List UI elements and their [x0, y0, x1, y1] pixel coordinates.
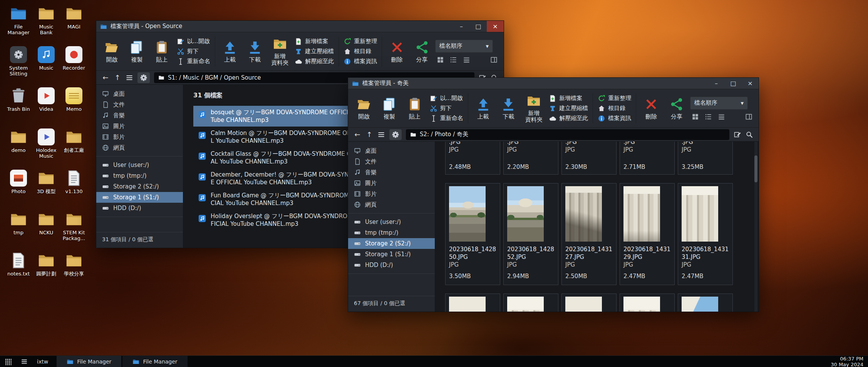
- sidebar-item-music[interactable]: 音樂: [96, 110, 183, 121]
- paste-button[interactable]: 貼上: [150, 34, 174, 69]
- photo-cell[interactable]: [561, 294, 617, 312]
- desktop-icon-v1130[interactable]: v1.130: [60, 168, 88, 209]
- settings-button[interactable]: [137, 72, 150, 83]
- rename-button[interactable]: 重新命名: [177, 58, 210, 65]
- sidebar-drive-tmp[interactable]: tmp (tmp:/): [96, 170, 183, 181]
- photo-cell[interactable]: 20230618_142850.JPG JPG 3.50MB: [445, 183, 500, 285]
- sidebar-drive-tmp[interactable]: tmp (tmp:/): [348, 227, 435, 238]
- photo-cell[interactable]: .JPG JPG 2.20MB: [503, 142, 558, 175]
- root-button[interactable]: 根目錄: [598, 105, 631, 112]
- menu-button[interactable]: [126, 74, 133, 82]
- view-panel-button[interactable]: [745, 113, 752, 120]
- sidebar-drive-hdd[interactable]: HDD (D:/): [348, 260, 435, 270]
- settings-button[interactable]: [389, 129, 402, 140]
- clock[interactable]: 06:37 PM 30 May 2024: [831, 356, 868, 367]
- photo-cell[interactable]: .JPG JPG 2.30MB: [561, 142, 617, 175]
- share-button[interactable]: 分享: [665, 91, 689, 126]
- photo-cell[interactable]: [445, 294, 500, 312]
- desktop-icon-file-manager[interactable]: File Manager: [5, 3, 32, 44]
- desktop-icon-memo[interactable]: Memo: [60, 85, 88, 127]
- delete-button[interactable]: 刪除: [385, 34, 409, 69]
- desktop-icon-music[interactable]: Music: [32, 44, 60, 85]
- desktop-icon-photo[interactable]: Photo: [5, 168, 32, 209]
- sort-dropdown[interactable]: 檔名順序 ▾: [690, 97, 748, 110]
- breadcrumb[interactable]: S2: / Photo / 奇美: [406, 129, 729, 140]
- photo-cell[interactable]: 20230618_142852.JPG JPG 2.94MB: [503, 183, 558, 285]
- photo-cell[interactable]: [678, 294, 733, 312]
- desktop-icon-ncku[interactable]: NCKU: [32, 209, 60, 250]
- view-list-button[interactable]: [705, 113, 712, 120]
- desktop-icon-school-share[interactable]: 學校分享: [60, 250, 88, 291]
- photo-cell[interactable]: 20230618_143127.JPG JPG 2.50MB: [561, 183, 617, 285]
- delete-button[interactable]: 刪除: [639, 91, 663, 126]
- refresh-button[interactable]: 重新整理: [598, 95, 631, 102]
- sidebar-drive-user[interactable]: User (user:/): [96, 160, 183, 170]
- sidebar-item-desktop[interactable]: 桌面: [348, 145, 435, 156]
- sidebar-item-videos[interactable]: 影片: [96, 132, 183, 142]
- open-with-button[interactable]: 以...開啟: [430, 95, 463, 102]
- desktop-icon-tmp[interactable]: tmp: [5, 209, 32, 250]
- up-button[interactable]: ↑: [114, 73, 121, 82]
- view-grid-button[interactable]: [692, 113, 699, 120]
- desktop-icon-system-slitting[interactable]: System Slitting: [5, 44, 32, 85]
- new-folder-button[interactable]: 新增 資料夾: [268, 34, 292, 69]
- up-button[interactable]: ↑: [365, 130, 373, 138]
- sidebar-drive-storage1[interactable]: Storage 1 (S1:/): [348, 249, 435, 260]
- extract-here-button[interactable]: 解壓縮至此: [549, 115, 588, 122]
- cut-button[interactable]: 剪下: [177, 48, 210, 55]
- view-details-button[interactable]: [718, 113, 725, 120]
- desktop-icon-holodex-music[interactable]: Holodex Music: [32, 127, 60, 168]
- refresh-button[interactable]: 重新整理: [344, 38, 377, 45]
- titlebar[interactable]: 檔案管理員 - Open Source – □ ×: [96, 21, 504, 32]
- sidebar-drive-storage2[interactable]: Storage 2 (S2:/): [348, 238, 435, 249]
- file-info-button[interactable]: 檔案資訊: [344, 58, 377, 65]
- desktop-icon-videa[interactable]: Videa: [32, 85, 60, 127]
- sidebar-item-web[interactable]: 網頁: [348, 199, 435, 210]
- paste-button[interactable]: 貼上: [403, 91, 427, 126]
- photo-cell[interactable]: 20230618_143131.JPG JPG 2.47MB: [678, 183, 733, 285]
- cut-button[interactable]: 剪下: [430, 105, 463, 112]
- sidebar-item-documents[interactable]: 文件: [348, 156, 435, 167]
- copy-button[interactable]: 複製: [125, 34, 149, 69]
- photo-cell[interactable]: [503, 294, 558, 312]
- scrollbar[interactable]: [754, 142, 757, 312]
- new-file-button[interactable]: 新增檔案: [549, 95, 588, 102]
- desktop-icon-notes-txt[interactable]: notes.txt: [5, 250, 32, 291]
- sort-dropdown[interactable]: 檔名順序 ▾: [435, 40, 493, 53]
- create-archive-button[interactable]: 建立壓縮檔: [295, 48, 334, 55]
- view-details-button[interactable]: [463, 56, 470, 63]
- taskbar-app-file-manager-2[interactable]: File Manager: [122, 356, 187, 367]
- close-button[interactable]: ×: [742, 78, 759, 89]
- back-button[interactable]: ←: [102, 73, 109, 82]
- edit-path-button[interactable]: [734, 131, 741, 138]
- root-button[interactable]: 根目錄: [344, 48, 377, 55]
- download-button[interactable]: 下載: [243, 34, 267, 69]
- scrollbar-thumb[interactable]: [754, 155, 757, 182]
- sidebar-item-pictures[interactable]: 圖片: [96, 121, 183, 132]
- upload-button[interactable]: 上載: [218, 34, 242, 69]
- download-button[interactable]: 下載: [497, 91, 521, 126]
- upload-button[interactable]: 上載: [471, 91, 495, 126]
- desktop-icon-trash-bin[interactable]: Trash Bin: [5, 85, 32, 127]
- desktop-icon-magi[interactable]: MAGI: [60, 3, 88, 44]
- sidebar-drive-storage2[interactable]: Storage 2 (S2:/): [96, 181, 183, 192]
- share-button[interactable]: 分享: [410, 34, 434, 69]
- sidebar-item-documents[interactable]: 文件: [96, 99, 183, 110]
- desktop-icon-demo[interactable]: demo: [5, 127, 32, 168]
- open-button[interactable]: 開啟: [352, 91, 376, 126]
- close-button[interactable]: ×: [487, 21, 504, 32]
- sidebar-item-pictures[interactable]: 圖片: [348, 178, 435, 189]
- view-grid-button[interactable]: [437, 56, 444, 63]
- desktop-icon-dream-plan[interactable]: 圓夢計劃: [32, 250, 60, 291]
- file-info-button[interactable]: 檔案資訊: [598, 115, 631, 122]
- desktop-icon-creator-factory[interactable]: 創者工廠: [60, 127, 88, 168]
- sidebar-item-web[interactable]: 網頁: [96, 142, 183, 153]
- sidebar-drive-storage1[interactable]: Storage 1 (S1:/): [96, 192, 183, 203]
- search-button[interactable]: [746, 131, 753, 138]
- open-button[interactable]: 開啟: [100, 34, 124, 69]
- sidebar-item-desktop[interactable]: 桌面: [96, 88, 183, 99]
- desktop-icon-stem-kit[interactable]: STEM Kit Packag...: [60, 209, 88, 250]
- sidebar-drive-hdd[interactable]: HDD (D:/): [96, 203, 183, 214]
- rename-button[interactable]: 重新命名: [430, 115, 463, 122]
- minimize-button[interactable]: –: [453, 21, 470, 32]
